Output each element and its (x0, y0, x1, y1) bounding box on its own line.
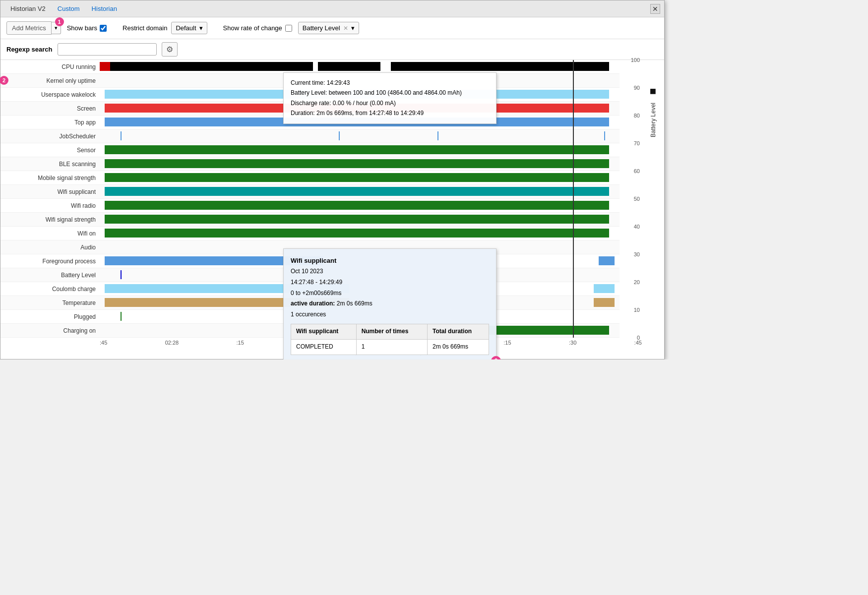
metric-bar[interactable] (105, 229, 609, 238)
tooltip-upper-line1: Current time: 14:29:43 (291, 78, 489, 88)
metric-bar[interactable] (121, 131, 122, 140)
tooltip-upper-line3: Discharge rate: 0.00 % / hour (0.00 mA) (291, 98, 489, 108)
bar-row (100, 60, 620, 74)
metric-bar[interactable] (105, 145, 609, 154)
tooltip-upper-line2: Battery Level: between 100 and 100 (4864… (291, 88, 489, 98)
metric-label-row: Screen (0, 102, 100, 116)
metric-label-row: CPU running (0, 60, 100, 74)
tooltip-lower: Wifi supplicant Oct 10 2023 14:27:48 - 1… (283, 248, 496, 359)
metric-bar[interactable] (105, 201, 609, 210)
metric-label-text: Battery Level (0, 272, 100, 279)
show-rate-checkbox[interactable] (285, 25, 292, 32)
tooltip-lower-occurrences: 1 occurences (291, 309, 489, 320)
x-tick: :15 (503, 340, 511, 346)
metric-label-row: Charging on (0, 324, 100, 338)
bar-row (100, 227, 620, 240)
battery-indicator-icon: ■ (650, 85, 656, 98)
bar-row (100, 171, 620, 185)
metric-label-text: Wifi signal strength (0, 216, 100, 223)
y-tick: 70 (634, 140, 640, 146)
battery-level-arrow: ▾ (351, 24, 355, 32)
add-metrics-group: Add Metrics ▾ 1 (6, 21, 61, 35)
y-tick: 10 (634, 307, 640, 313)
add-metrics-button[interactable]: Add Metrics (6, 21, 52, 35)
y-tick: 20 (634, 279, 640, 285)
metric-bar[interactable] (437, 131, 438, 140)
metric-label-text: BLE scanning (0, 161, 100, 168)
show-bars-checkbox[interactable] (100, 25, 107, 32)
metric-bar[interactable] (599, 256, 614, 265)
battery-side-panel: ■ Battery Level (642, 60, 664, 338)
tab-custom[interactable]: Custom (52, 3, 86, 14)
search-input[interactable] (58, 43, 157, 56)
restrict-domain-dropdown[interactable]: Default ▾ (171, 22, 207, 34)
metric-bar[interactable] (105, 173, 609, 182)
metric-label-row: JobScheduler (0, 129, 100, 143)
bar-row (100, 129, 620, 143)
metric-bar[interactable] (105, 159, 609, 168)
metric-label-row: BLE scanning (0, 157, 100, 171)
metric-bar[interactable] (110, 62, 313, 71)
metric-label-text: CPU running (0, 63, 100, 70)
metric-bar[interactable] (604, 131, 605, 140)
tooltip-lower-date: Oct 10 2023 (291, 266, 489, 277)
metric-label-text: Plugged (0, 313, 100, 320)
metric-label-text: Wifi supplicant (0, 188, 100, 195)
metric-bar[interactable] (318, 62, 380, 71)
show-rate-group: Show rate of change (223, 24, 292, 32)
metric-label-text: Mobile signal strength (0, 175, 100, 181)
metric-label-row: Wifi on (0, 227, 100, 240)
metric-label-row: Sensor (0, 143, 100, 157)
show-rate-label: Show rate of change (223, 24, 282, 32)
metric-label-row: Kernel only uptime2 (0, 74, 100, 88)
bars-area: Current time: 14:29:43 Battery Level: be… (100, 60, 620, 338)
metric-label-text: Temperature (0, 299, 100, 306)
tooltip-lower-title: Wifi supplicant (291, 255, 489, 266)
battery-level-remove[interactable]: ✕ (343, 25, 348, 32)
metric-label-text: Sensor (0, 147, 100, 154)
metric-label-text: Wifi radio (0, 202, 100, 209)
metric-label-text: Audio (0, 244, 100, 251)
metric-label-row: Coulomb charge (0, 282, 100, 296)
metric-bar[interactable] (594, 284, 615, 293)
main-window: Historian V2 Custom Historian ✕ Add Metr… (0, 0, 665, 359)
metric-bar[interactable] (594, 298, 615, 307)
metric-bar[interactable] (339, 131, 340, 140)
battery-level-select[interactable]: Battery Level ✕ ▾ (298, 22, 359, 34)
y-tick: 50 (634, 196, 640, 202)
show-bars-group: Show bars (67, 24, 107, 32)
restrict-domain-value: Default (176, 24, 196, 32)
metric-label-row: Audio (0, 240, 100, 254)
y-tick: 40 (634, 224, 640, 230)
metric-bar[interactable] (105, 187, 609, 196)
settings-button[interactable]: ⚙ (162, 42, 178, 57)
metric-bar[interactable] (105, 215, 609, 224)
x-tick: 02:28 (165, 340, 179, 346)
search-bar: Regexp search ⚙ (0, 39, 664, 60)
tooltip-lower-timerange: 14:27:48 - 14:29:49 (291, 277, 489, 288)
metric-bar[interactable] (121, 312, 122, 321)
metric-label-text: Kernel only uptime (0, 77, 100, 84)
restrict-domain-arrow: ▾ (199, 24, 203, 32)
metric-bar[interactable] (121, 270, 122, 279)
cursor-line (573, 60, 574, 338)
tooltip-lower-offset: 0 to +2m00s669ms (291, 288, 489, 299)
y-tick: 90 (634, 85, 640, 91)
bar-row (100, 213, 620, 227)
close-button[interactable]: ✕ (650, 4, 660, 14)
bar-row (100, 199, 620, 213)
metric-label-row: Plugged (0, 310, 100, 324)
tab-historian-v2[interactable]: Historian V2 (4, 3, 52, 14)
tab-historian[interactable]: Historian (86, 3, 123, 14)
y-axis: 0102030405060708090100 (620, 60, 642, 338)
y-tick: 80 (634, 113, 640, 119)
metric-bar[interactable] (391, 62, 609, 71)
y-tick: 100 (631, 57, 640, 63)
bar-row (100, 157, 620, 171)
metric-label-row: Wifi signal strength (0, 213, 100, 227)
y-tick: 0 (637, 335, 640, 341)
metric-label-text: Userspace wakelock (0, 91, 100, 98)
search-label: Regexp search (6, 46, 53, 53)
y-tick: 60 (634, 168, 640, 174)
metric-label-text: Foreground process (0, 258, 100, 265)
